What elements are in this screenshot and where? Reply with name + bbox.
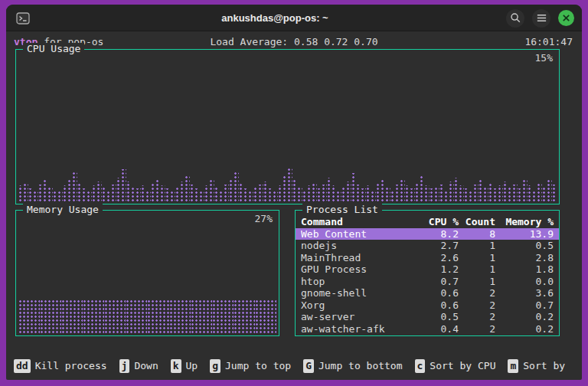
chart-column (83, 299, 104, 334)
terminal-window: ankushdas@pop-os: ~ (6, 5, 582, 380)
process-count: 1 (459, 276, 495, 288)
memory-chart (18, 293, 276, 334)
process-memory: 3.6 (495, 287, 554, 299)
process-cpu: 1.2 (417, 263, 459, 276)
keycap: G (303, 359, 314, 373)
cpu-chart (18, 161, 557, 202)
process-memory: 13.9 (495, 228, 554, 240)
keycap: j (119, 359, 130, 373)
process-memory: 0.0 (495, 276, 554, 288)
chart-column (234, 299, 255, 334)
process-memory: 2.8 (495, 252, 554, 264)
process-row[interactable]: gnome-shell0.623.6 (296, 287, 559, 299)
memory-panel-title: Memory Usage (23, 204, 103, 215)
process-row[interactable]: Xorg0.620.7 (296, 299, 559, 312)
process-count: 2 (459, 287, 495, 299)
keycap: g (210, 359, 220, 373)
process-count: 1 (459, 263, 495, 276)
keycap: c (415, 359, 426, 373)
process-count: 1 (459, 252, 495, 264)
cpu-panel-title: CPU Usage (23, 43, 84, 54)
keycap: m (508, 359, 518, 373)
chart-column (126, 299, 147, 334)
process-memory: 0.2 (495, 323, 554, 335)
chart-column (147, 299, 168, 334)
process-memory: 1.8 (495, 263, 554, 276)
process-cpu: 2.7 (417, 240, 459, 252)
keybind-bar: ddKill processjDownkUpgJump to topGJump … (14, 359, 579, 373)
process-command: htop (301, 276, 417, 288)
titlebar[interactable]: ankushdas@pop-os: ~ (6, 5, 582, 31)
process-row[interactable]: GPU Process1.211.8 (296, 263, 559, 276)
close-icon (562, 14, 570, 22)
keybind-label: Up (186, 359, 198, 373)
chart-column (191, 299, 212, 334)
chart-column (169, 299, 191, 334)
process-cpu: 0.6 (417, 287, 459, 299)
keybind-label: Jump to bottom (318, 359, 403, 373)
process-row[interactable]: Web Content8.2813.9 (296, 228, 559, 240)
process-panel-title: Process List (302, 204, 382, 215)
process-row[interactable]: aw-watcher-afk0.420.2 (296, 323, 559, 335)
keybind-label: Sort by CPU (430, 359, 495, 373)
col-command: Command (301, 216, 417, 228)
keybind-g: gJump to top (210, 359, 291, 373)
process-command: aw-server (301, 311, 417, 323)
keybind-j: jDown (119, 359, 158, 373)
chart-column (255, 299, 276, 334)
process-table: Command CPU % Count Memory % Web Content… (296, 216, 559, 334)
process-memory: 0.5 (495, 240, 554, 252)
process-cpu: 0.5 (417, 311, 459, 323)
process-cpu: 0.6 (417, 299, 459, 312)
process-cpu: 0.7 (417, 276, 459, 288)
keybind-dd: ddKill process (14, 359, 107, 373)
window-title: ankushdas@pop-os: ~ (52, 5, 498, 31)
process-memory: 0.2 (495, 311, 554, 323)
vtop-statusline: vtop for pop-os Load Average: 0.58 0.72 … (6, 36, 582, 50)
process-rows: Web Content8.2813.9nodejs2.710.5MainThre… (296, 228, 559, 335)
terminal-content[interactable]: vtop for pop-os Load Average: 0.58 0.72 … (6, 32, 582, 380)
chart-column (552, 185, 557, 202)
chart-column (18, 299, 40, 334)
process-row[interactable]: htop0.710.0 (296, 276, 559, 288)
process-cpu: 8.2 (417, 228, 459, 240)
keybind-m: mSort by (508, 359, 565, 373)
keybind-label: Kill process (35, 359, 107, 373)
titlebar-buttons (506, 5, 574, 31)
process-command: MainThread (301, 252, 417, 264)
process-command: nodejs (301, 240, 417, 252)
keybind-label: Jump to top (225, 359, 291, 373)
process-cpu: 2.6 (417, 252, 459, 264)
process-command: gnome-shell (301, 287, 417, 299)
col-memory: Memory % (495, 216, 554, 228)
process-row[interactable]: nodejs2.710.5 (296, 240, 559, 252)
process-command: aw-watcher-afk (301, 323, 417, 335)
memory-percent: 27% (255, 213, 273, 224)
process-command: GPU Process (301, 263, 417, 276)
col-count: Count (459, 216, 495, 228)
hamburger-icon (536, 12, 547, 24)
menu-button[interactable] (532, 9, 550, 28)
process-count: 1 (459, 240, 495, 252)
keybind-c: cSort by CPU (415, 359, 496, 373)
keybind-label: Sort by (523, 359, 565, 373)
col-cpu: CPU % (417, 216, 459, 228)
process-count: 8 (459, 228, 495, 240)
cpu-percent: 15% (535, 52, 553, 64)
cpu-usage-panel: CPU Usage 15% (15, 49, 560, 204)
process-list-panel: Process List Command CPU % Count Memory … (295, 210, 560, 336)
process-row[interactable]: aw-server0.520.2 (296, 311, 559, 323)
process-cpu: 0.4 (417, 323, 459, 335)
process-list-header: Command CPU % Count Memory % (296, 216, 559, 228)
process-memory: 0.7 (495, 299, 554, 312)
process-row[interactable]: MainThread2.612.8 (296, 252, 559, 264)
search-button[interactable] (506, 9, 524, 28)
memory-usage-panel: Memory Usage 27% (15, 210, 279, 336)
process-count: 2 (459, 299, 495, 312)
keycap: dd (14, 359, 31, 373)
process-command: Web Content (301, 228, 417, 240)
keybind-G: GJump to bottom (303, 359, 402, 373)
keybind-k: kUp (171, 359, 198, 373)
close-button[interactable] (558, 10, 574, 26)
clock: 16:01:47 (524, 36, 573, 47)
